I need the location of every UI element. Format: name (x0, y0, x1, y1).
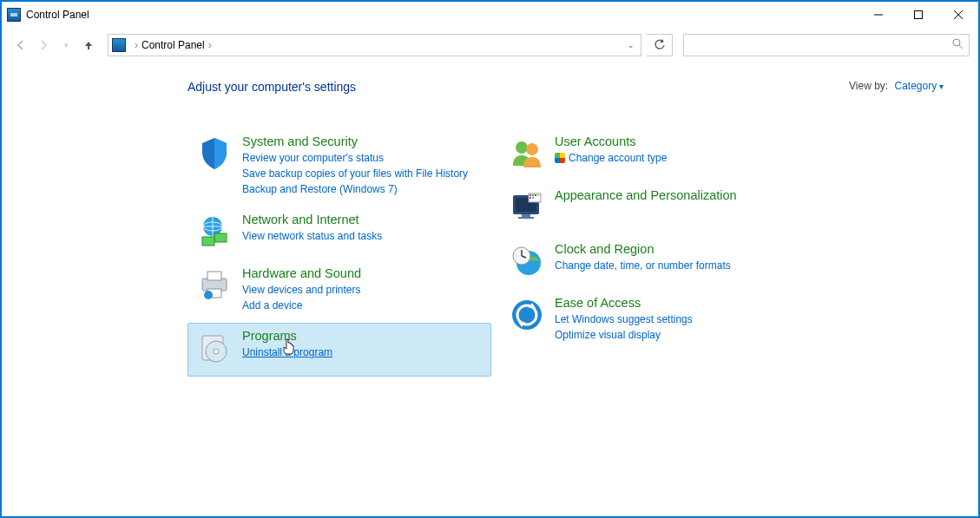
category-link[interactable]: Backup and Restore (Windows 7) (242, 181, 483, 197)
category-user-accounts[interactable]: User Accounts Change account type (500, 128, 804, 182)
svg-line-5 (959, 45, 963, 49)
category-title[interactable]: Programs (242, 329, 483, 343)
category-ease-of-access[interactable]: Ease of Access Let Windows suggest setti… (500, 290, 804, 352)
content-area: Adjust your computer's settings View by:… (2, 62, 978, 377)
refresh-button[interactable] (647, 34, 673, 56)
category-title[interactable]: Appearance and Personalization (555, 188, 796, 202)
svg-rect-22 (529, 194, 531, 196)
user-accounts-icon (508, 134, 546, 173)
search-box[interactable] (683, 34, 970, 56)
svg-rect-9 (202, 237, 214, 246)
view-by-dropdown[interactable]: Category (895, 80, 944, 92)
svg-rect-28 (522, 214, 530, 217)
search-icon[interactable] (952, 38, 964, 52)
svg-rect-11 (207, 272, 221, 280)
shield-icon (195, 134, 233, 173)
category-hardware-sound[interactable]: Hardware and Sound View devices and prin… (187, 260, 491, 323)
category-link[interactable]: Change account type (555, 150, 796, 166)
monitor-colors-icon (508, 188, 546, 226)
category-programs[interactable]: Programs Uninstall a program (187, 323, 491, 377)
svg-point-16 (214, 349, 219, 354)
category-link-label: Change account type (569, 152, 667, 164)
category-link[interactable]: Optimize visual display (555, 327, 796, 343)
window-controls (858, 2, 978, 28)
category-link[interactable]: Save backup copies of your files with Fi… (242, 166, 483, 181)
titlebar: Control Panel (2, 2, 978, 28)
minimize-button[interactable] (858, 2, 898, 28)
left-column: System and Security Review your computer… (187, 128, 491, 377)
category-title[interactable]: User Accounts (555, 134, 796, 148)
svg-rect-29 (518, 217, 534, 219)
search-input[interactable] (689, 38, 952, 52)
right-column: User Accounts Change account type Appear… (500, 128, 804, 377)
category-title[interactable]: Clock and Region (555, 242, 796, 256)
uac-shield-icon (555, 153, 565, 163)
view-by: View by: Category (849, 80, 944, 92)
globe-network-icon (195, 213, 233, 251)
category-title[interactable]: Ease of Access (555, 296, 796, 310)
uninstall-program-link[interactable]: Uninstall a program (242, 344, 483, 360)
control-panel-icon (112, 38, 126, 52)
category-link[interactable]: View network status and tasks (242, 228, 483, 244)
breadcrumb-sep-icon[interactable]: › (208, 39, 212, 51)
breadcrumb-root[interactable]: Control Panel (141, 39, 205, 51)
category-link[interactable]: Change date, time, or number formats (555, 258, 796, 273)
ease-of-access-icon (508, 296, 546, 334)
breadcrumb-sep-icon: › (135, 39, 138, 51)
control-panel-app-icon (7, 8, 21, 22)
category-system-security[interactable]: System and Security Review your computer… (187, 128, 491, 207)
back-button[interactable] (10, 35, 31, 56)
category-link[interactable]: Add a device (242, 298, 483, 313)
address-bar[interactable]: › Control Panel › ⌄ (108, 34, 641, 56)
category-appearance-personalization[interactable]: Appearance and Personalization (500, 182, 804, 236)
svg-rect-1 (915, 11, 923, 19)
category-title[interactable]: Network and Internet (242, 213, 483, 226)
svg-rect-27 (532, 197, 534, 199)
page-heading: Adjust your computer's settings (187, 80, 918, 94)
nav-row: ▾ › Control Panel › ⌄ (2, 28, 978, 62)
recent-dropdown-button[interactable]: ▾ (56, 35, 76, 56)
svg-rect-25 (537, 194, 539, 196)
clock-globe-icon (508, 242, 546, 280)
window-title: Control Panel (26, 9, 89, 21)
category-title[interactable]: Hardware and Sound (242, 266, 483, 280)
category-link[interactable]: View devices and printers (242, 282, 483, 298)
programs-disc-icon (195, 329, 233, 367)
svg-point-17 (516, 141, 528, 154)
maximize-button[interactable] (898, 2, 938, 28)
category-clock-region[interactable]: Clock and Region Change date, time, or n… (500, 236, 804, 290)
category-link[interactable]: Let Windows suggest settings (555, 311, 796, 327)
address-dropdown-button[interactable]: ⌄ (622, 41, 641, 49)
category-link[interactable]: Review your computer's status (242, 150, 483, 166)
forward-button[interactable] (33, 35, 54, 56)
category-network-internet[interactable]: Network and Internet View network status… (187, 207, 491, 260)
category-title[interactable]: System and Security (242, 134, 483, 148)
svg-point-13 (204, 291, 213, 299)
svg-rect-23 (532, 194, 534, 196)
svg-point-18 (526, 143, 538, 155)
svg-rect-24 (535, 194, 536, 196)
svg-rect-26 (529, 197, 531, 199)
svg-point-4 (953, 39, 960, 46)
view-by-label: View by: (849, 80, 888, 92)
close-button[interactable] (938, 2, 978, 28)
category-columns: System and Security Review your computer… (187, 128, 918, 377)
printer-icon (195, 266, 233, 305)
up-button[interactable] (78, 35, 99, 56)
svg-rect-8 (214, 233, 227, 242)
